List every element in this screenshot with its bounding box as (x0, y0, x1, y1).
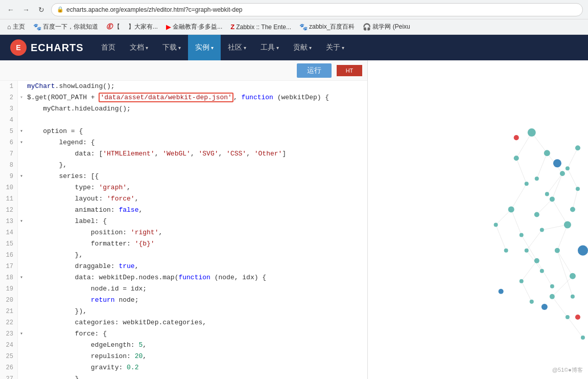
svg-point-47 (540, 269, 544, 273)
code-line-12: 12 animation: false, (0, 205, 367, 216)
fold-2: ▾ (18, 92, 25, 103)
line-num-19: 19 (0, 283, 18, 295)
bookmark-home[interactable]: ⌂ 主页 (4, 21, 28, 32)
nav-examples[interactable]: 实例 ▾ (188, 35, 221, 60)
reload-button[interactable]: ↻ (36, 4, 47, 15)
bookmark-dajia[interactable]: 】大家有... (125, 21, 161, 32)
line-num-18: 18 (0, 272, 18, 283)
graph-svg (368, 60, 588, 379)
fold-18[interactable]: ▾ (18, 272, 25, 283)
svg-point-53 (520, 279, 524, 283)
code-line-18: 18 ▾ data: webkitDep.nodes.map(function … (0, 272, 367, 283)
fold-6[interactable]: ▾ (18, 137, 25, 148)
echarts-logo[interactable]: E ECHARTS (10, 39, 84, 56)
bookmark-home-label: 主页 (13, 23, 25, 31)
code-line-6: 6 ▾ legend: { (0, 137, 367, 148)
fold-11 (18, 193, 25, 205)
fold-5[interactable]: ▾ (18, 126, 25, 137)
nav-about-label: 关于 (326, 43, 340, 52)
fold-4 (18, 115, 25, 126)
bookmark-e-label: Ⓔ (106, 23, 112, 31)
back-button[interactable]: ← (5, 4, 16, 15)
svg-point-38 (508, 206, 514, 212)
nav-community[interactable]: 社区 ▾ (221, 35, 253, 60)
svg-line-9 (511, 209, 522, 235)
line-num-2: 2 (0, 92, 18, 103)
svg-point-46 (525, 249, 529, 253)
svg-line-7 (516, 158, 527, 184)
code-line-13: 13 ▾ label: { (0, 216, 367, 227)
code-content-21: }), (25, 306, 367, 317)
svg-point-49 (566, 315, 570, 319)
jinrong-icon: ▶ (166, 23, 171, 31)
svg-point-29 (528, 128, 536, 137)
nav-tools[interactable]: 工具 ▾ (253, 35, 286, 60)
code-content-15: formatter: '{b}' (25, 238, 367, 250)
graph-visualization[interactable]: @51©●博客 (368, 60, 588, 379)
nav-examples-label: 实例 (195, 43, 209, 52)
run-button[interactable]: 运行 (297, 63, 332, 78)
code-line-17: 17 draggable: true, (0, 261, 367, 272)
code-line-7: 7 data: ['HTMLElement', 'WebGL', 'SVG', … (0, 148, 367, 160)
bookmark-e[interactable]: Ⓔ 【 (103, 21, 123, 32)
line-num-26: 26 (0, 362, 18, 373)
svg-line-8 (511, 184, 527, 209)
svg-point-58 (576, 187, 580, 191)
bookmarks-bar: ⌂ 主页 🐾 百度一下，你就知道 Ⓔ 【 】大家有... ▶ 金融教育·多多益.… (0, 19, 588, 35)
line-num-13: 13 (0, 216, 18, 227)
code-line-25: 25 repulsion: 20, (0, 351, 367, 362)
svg-point-31 (560, 171, 565, 176)
svg-point-35 (570, 273, 576, 279)
svg-point-59 (570, 207, 575, 212)
nav-home[interactable]: 首页 (94, 35, 123, 60)
fold-23[interactable]: ▾ (18, 328, 25, 340)
svg-point-61 (578, 246, 588, 256)
svg-point-57 (566, 166, 570, 170)
nav-docs[interactable]: 文档 ▾ (123, 35, 155, 60)
nav-download[interactable]: 下载 ▾ (155, 35, 188, 60)
code-editor[interactable]: 1 myChart.showLoading(); 2 ▾ $.get(ROOT_… (0, 81, 367, 379)
code-content-24: edgeLength: 5, (25, 340, 367, 351)
svg-point-45 (540, 228, 544, 232)
nav-contribute[interactable]: 贡献 ▾ (286, 35, 319, 60)
bookmark-baidu[interactable]: 🐾 百度一下，你就知道 (30, 21, 101, 32)
line-num-16: 16 (0, 250, 18, 261)
fold-13[interactable]: ▾ (18, 216, 25, 227)
fold-16 (18, 250, 25, 261)
fold-7 (18, 148, 25, 160)
code-line-22: 22 categories: webkitDep.categories, (0, 317, 367, 328)
line-num-25: 25 (0, 351, 18, 362)
forward-button[interactable]: → (20, 4, 32, 15)
fold-9[interactable]: ▾ (18, 171, 25, 182)
bookmark-jiuxue[interactable]: 🎧 就学网 (Peixu (360, 21, 413, 32)
line-num-12: 12 (0, 205, 18, 216)
address-bar[interactable]: 🔒 echarts.apache.org/examples/zh/editor.… (51, 3, 583, 16)
nav-docs-label: 文档 (130, 43, 144, 52)
fold-25 (18, 351, 25, 362)
svg-line-25 (568, 317, 583, 338)
bookmark-jinrong[interactable]: ▶ 金融教育·多多益... (163, 21, 225, 32)
svg-line-27 (568, 168, 578, 189)
svg-point-36 (514, 155, 519, 161)
svg-line-12 (537, 153, 547, 179)
baidu-icon: 🐾 (33, 23, 41, 31)
nav-about[interactable]: 关于 ▾ (319, 35, 351, 60)
browser-bar: ← → ↻ 🔒 echarts.apache.org/examples/zh/e… (0, 0, 588, 19)
bookmark-zabbix[interactable]: Z Zabbix :: The Ente... (227, 22, 294, 32)
svg-point-33 (564, 221, 571, 229)
code-content-1: myChart.showLoading(); (25, 81, 367, 92)
line-num-17: 17 (0, 261, 18, 272)
code-content-17: draggable: true, (25, 261, 367, 272)
code-content-9: series: [{ (25, 171, 367, 182)
line-num-20: 20 (0, 295, 18, 306)
svg-line-10 (522, 235, 537, 261)
svg-line-5 (557, 251, 573, 276)
jiuxue-icon: 🎧 (363, 23, 371, 31)
code-line-20: 20 return node; (0, 295, 367, 306)
svg-line-6 (516, 132, 532, 158)
bookmark-zabbix2[interactable]: 🐾 zabbix_百度百科 (296, 21, 358, 32)
bookmark-dajia-label: 】大家有... (128, 23, 158, 31)
svg-point-48 (550, 294, 555, 299)
svg-line-4 (557, 225, 568, 251)
zabbix-icon: Z (230, 23, 234, 31)
